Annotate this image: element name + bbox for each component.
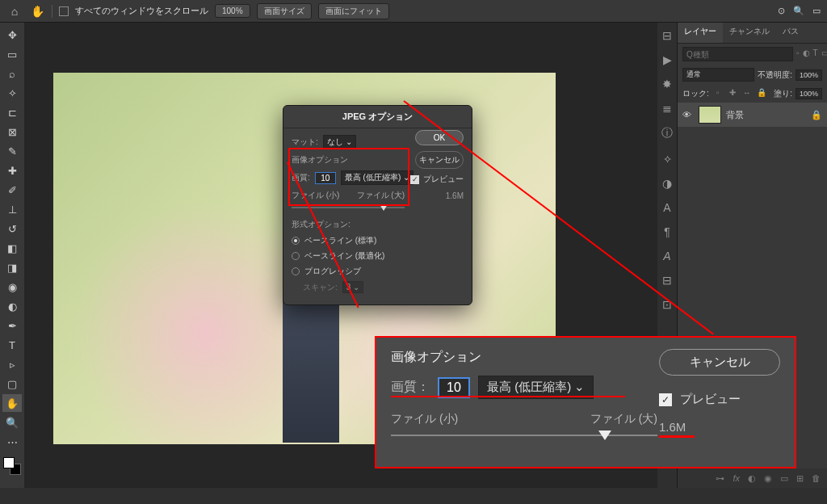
- eraser-tool[interactable]: ◧: [2, 239, 22, 257]
- fill-label: 塗り:: [774, 88, 792, 99]
- trash-icon[interactable]: 🗑: [812, 473, 821, 483]
- shape-tool[interactable]: ▢: [2, 375, 22, 393]
- layers-footer: ⊶ fx ◐ ◉ ▭ ⊞ 🗑: [678, 468, 827, 488]
- annotation-callout: 画像オプション 画質： 10 最高 (低圧縮率) ⌄ ファイル (小) ファイル…: [375, 336, 796, 468]
- lock-icon[interactable]: ✚: [727, 88, 738, 99]
- panel-icon[interactable]: A: [663, 250, 670, 262]
- panel-icon[interactable]: ◑: [662, 177, 672, 190]
- lock-label: ロック:: [682, 88, 709, 99]
- callout-slider[interactable]: [391, 430, 657, 443]
- blend-mode[interactable]: 通常: [682, 68, 754, 82]
- home-icon[interactable]: ⌂: [6, 5, 23, 18]
- cancel-button[interactable]: キャンセル: [415, 151, 464, 169]
- panel-icon[interactable]: ▶: [663, 53, 672, 66]
- panel-icon[interactable]: ⟡: [664, 152, 671, 166]
- panel-icon[interactable]: ¶: [664, 225, 670, 238]
- adjust-icon[interactable]: ◉: [764, 473, 772, 484]
- callout-quality-value[interactable]: 10: [438, 377, 470, 398]
- crop-tool[interactable]: ⊏: [2, 103, 22, 121]
- status-bar: [0, 488, 827, 504]
- blur-tool[interactable]: ◉: [2, 278, 22, 296]
- filter-icon[interactable]: ◐: [803, 48, 810, 60]
- dodge-tool[interactable]: ◐: [2, 297, 22, 315]
- tab-layers[interactable]: レイヤー: [678, 23, 723, 43]
- fit-window-button[interactable]: 画面にフィット: [318, 3, 389, 19]
- quality-input[interactable]: 10: [315, 172, 336, 184]
- ok-button[interactable]: OK: [415, 130, 464, 145]
- jpeg-options-dialog: JPEG オプション マット: なし ⌄ 画像オプション 画質: 10 最高 (…: [283, 105, 472, 305]
- callout-quality-label: 画質：: [391, 379, 430, 396]
- panel-icon[interactable]: ✸: [662, 78, 672, 90]
- edit-toolbar[interactable]: ⋯: [2, 433, 22, 451]
- zoom-tool[interactable]: 🔍: [2, 414, 22, 431]
- matte-select[interactable]: なし ⌄: [323, 135, 356, 149]
- filter-icon[interactable]: ▫: [796, 48, 800, 60]
- scroll-all-label: すべてのウィンドウをスクロール: [75, 5, 208, 17]
- type-tool[interactable]: T: [2, 336, 22, 354]
- panel-icon[interactable]: ≣: [662, 102, 672, 115]
- filter-icon[interactable]: T: [813, 48, 818, 60]
- visibility-icon[interactable]: 👁: [682, 110, 694, 120]
- filesize-label: 1.6M: [446, 191, 464, 200]
- radio-baseline-opt[interactable]: ベースライン (最適化): [292, 250, 464, 262]
- panel-icon[interactable]: ⊟: [662, 29, 672, 42]
- lock-icon[interactable]: ↔: [741, 88, 753, 99]
- lasso-tool[interactable]: ⌕: [2, 65, 22, 82]
- search-icon[interactable]: 🔍: [793, 6, 804, 16]
- preview-checkbox[interactable]: ✓プレビュー: [410, 174, 464, 185]
- hand-tool-icon[interactable]: ✋: [29, 5, 45, 18]
- fit-screen-button[interactable]: 画面サイズ: [257, 3, 312, 19]
- callout-cancel-button[interactable]: キャンセル: [659, 349, 780, 376]
- mask-icon[interactable]: ◐: [748, 473, 756, 484]
- hand-tool[interactable]: ✋: [2, 394, 22, 412]
- folder-icon[interactable]: ▭: [780, 473, 788, 484]
- link-icon[interactable]: ⊶: [716, 473, 724, 484]
- path-tool[interactable]: ▹: [2, 355, 22, 373]
- panel-icon[interactable]: ⊟: [662, 274, 672, 287]
- options-bar: ⌂ ✋ すべてのウィンドウをスクロール 100% 画面サイズ 画面にフィット ⊙…: [0, 0, 827, 23]
- stamp-tool[interactable]: ⊥: [2, 200, 22, 218]
- scroll-all-checkbox[interactable]: [59, 6, 69, 16]
- annotation-underline: [391, 396, 625, 397]
- tab-channels[interactable]: チャンネル: [723, 23, 776, 43]
- gradient-tool[interactable]: ◨: [2, 258, 22, 276]
- move-tool[interactable]: ✥: [2, 26, 22, 44]
- callout-slider-large: ファイル (大): [590, 412, 657, 426]
- tab-paths[interactable]: パス: [776, 23, 805, 43]
- lock-icon[interactable]: 🔒: [756, 88, 767, 99]
- layer-filter[interactable]: [682, 47, 793, 61]
- workspace-icon[interactable]: ▭: [812, 6, 821, 16]
- opacity-label: 不透明度:: [758, 69, 792, 81]
- healing-tool[interactable]: ✚: [2, 162, 22, 179]
- eyedropper-tool[interactable]: ✎: [2, 142, 22, 160]
- callout-slider-small: ファイル (小): [391, 412, 458, 426]
- panel-icon[interactable]: ⓘ: [661, 126, 673, 141]
- panel-icon[interactable]: A: [663, 201, 670, 214]
- layer-thumbnail[interactable]: [699, 106, 721, 124]
- zoom-level[interactable]: 100%: [215, 4, 250, 18]
- new-icon[interactable]: ⊞: [796, 473, 804, 484]
- filter-icon[interactable]: ▭: [821, 48, 827, 60]
- quality-preset[interactable]: 最高 (低圧縮率) ⌄: [341, 170, 414, 185]
- callout-filesize: 1.6M: [659, 420, 780, 434]
- color-swatch[interactable]: [3, 457, 21, 475]
- fill-value[interactable]: 100%: [796, 88, 822, 99]
- wand-tool[interactable]: ✧: [2, 84, 22, 102]
- separator: [52, 5, 52, 18]
- callout-preview[interactable]: ✓プレビュー: [659, 392, 780, 407]
- history-brush-tool[interactable]: ↺: [2, 220, 22, 237]
- layer-row[interactable]: 👁 背景 🔒: [678, 103, 827, 127]
- dialog-title: JPEG オプション: [283, 106, 472, 128]
- opacity-value[interactable]: 100%: [796, 69, 822, 81]
- cloud-icon[interactable]: ⊙: [778, 6, 785, 16]
- fx-icon[interactable]: fx: [733, 473, 740, 483]
- brush-tool[interactable]: ✐: [2, 181, 22, 199]
- radio-baseline-std[interactable]: ベースライン (標準): [292, 235, 464, 246]
- tools-panel: ✥ ▭ ⌕ ✧ ⊏ ⊠ ✎ ✚ ✐ ⊥ ↺ ◧ ◨ ◉ ◐ ✒ T ▹ ▢ ✋ …: [0, 23, 24, 488]
- marquee-tool[interactable]: ▭: [2, 45, 22, 63]
- pen-tool[interactable]: ✒: [2, 317, 22, 334]
- lock-icon[interactable]: ▫: [712, 88, 724, 99]
- radio-progressive[interactable]: プログレッシブ: [292, 266, 464, 277]
- slider-labels: ファイル (小) ファイル (大): [292, 190, 405, 201]
- frame-tool[interactable]: ⊠: [2, 123, 22, 141]
